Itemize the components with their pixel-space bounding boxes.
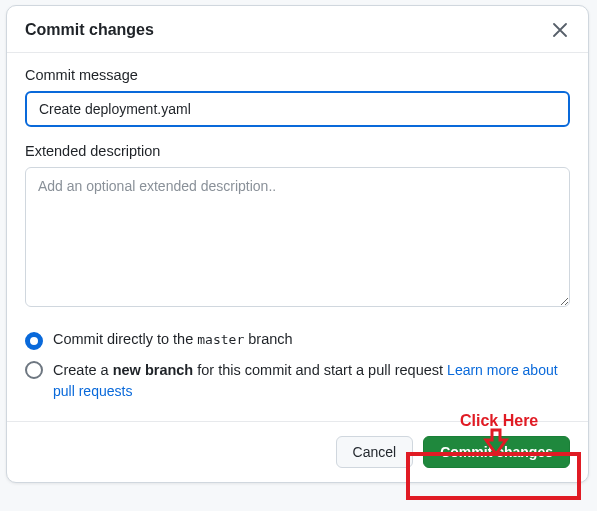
- radio-commit-direct[interactable]: Commit directly to the master branch: [25, 331, 570, 350]
- cancel-button[interactable]: Cancel: [336, 436, 414, 468]
- commit-dialog: Commit changes Commit message Extended d…: [6, 5, 589, 483]
- radio-icon[interactable]: [25, 361, 43, 379]
- radio-commit-direct-label: Commit directly to the master branch: [53, 331, 293, 347]
- radio-new-branch-label: Create a new branch for this commit and …: [53, 360, 570, 401]
- radio-new-branch[interactable]: Create a new branch for this commit and …: [25, 360, 570, 401]
- extended-description-label: Extended description: [25, 143, 570, 159]
- extended-description-input[interactable]: [25, 167, 570, 307]
- close-icon[interactable]: [550, 20, 570, 40]
- dialog-title: Commit changes: [25, 21, 154, 39]
- commit-changes-button[interactable]: Commit changes: [423, 436, 570, 468]
- dialog-header: Commit changes: [7, 6, 588, 53]
- commit-message-input[interactable]: [25, 91, 570, 127]
- radio-icon[interactable]: [25, 332, 43, 350]
- commit-target-radio-group: Commit directly to the master branch Cre…: [25, 331, 570, 401]
- commit-message-label: Commit message: [25, 67, 570, 83]
- dialog-footer: Cancel Commit changes: [7, 421, 588, 482]
- dialog-body: Commit message Extended description Comm…: [7, 53, 588, 421]
